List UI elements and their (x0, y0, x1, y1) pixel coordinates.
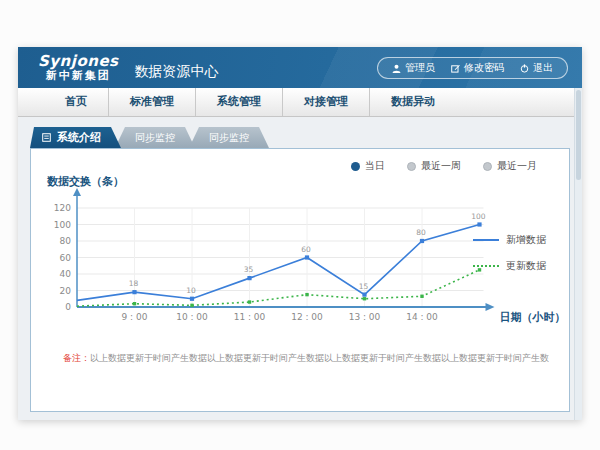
tab-sync-monitor-2[interactable]: 同步监控 (189, 127, 269, 148)
svg-text:80: 80 (60, 236, 72, 246)
legend-item-new-data: 新增数据 (473, 233, 551, 247)
svg-text:10: 10 (186, 286, 196, 295)
svg-text:100: 100 (54, 220, 71, 230)
user-icon (392, 64, 401, 73)
nav-item-data-change[interactable]: 数据异动 (369, 88, 456, 116)
svg-text:120: 120 (54, 203, 71, 213)
footer-note: 备注：以上数据更新于时间产生数据以上数据更新于时间产生数据以上数据更新于时间产生… (63, 352, 549, 365)
change-password-button[interactable]: 修改密码 (451, 61, 504, 75)
svg-text:13 : 00: 13 : 00 (349, 312, 381, 322)
page-title: 数据资源中心 (135, 63, 219, 81)
company-logo: Synjones 新中新集团 (38, 53, 119, 82)
vertical-scrollbar[interactable] (574, 88, 582, 420)
scrollbar-thumb[interactable] (576, 90, 581, 180)
svg-text:12 : 00: 12 : 00 (291, 312, 323, 322)
range-label: 当日 (365, 159, 385, 173)
note-prefix: 备注： (63, 353, 90, 363)
svg-text:日期（小时）: 日期（小时） (500, 311, 566, 324)
admin-user-button[interactable]: 管理员 (392, 61, 435, 75)
range-option-last-week[interactable]: 最近一周 (407, 159, 461, 173)
svg-text:0: 0 (65, 302, 71, 312)
tab-label: 系统介绍 (57, 130, 101, 145)
solid-line-swatch (473, 239, 499, 241)
time-range-selector: 当日 最近一周 最近一月 (351, 159, 537, 173)
radio-unselected-icon (483, 162, 492, 171)
logo-primary: Synjones (38, 53, 119, 70)
app-header: Synjones 新中新集团 数据资源中心 管理员 修改密码 退出 (18, 47, 582, 88)
radio-unselected-icon (407, 162, 416, 171)
range-option-last-month[interactable]: 最近一月 (483, 159, 537, 173)
app-window: Synjones 新中新集团 数据资源中心 管理员 修改密码 退出 (18, 47, 582, 420)
main-nav: 首页 标准管理 系统管理 对接管理 数据异动 (18, 88, 582, 117)
legend-item-updated-data: 更新数据 (473, 259, 551, 273)
document-icon (42, 133, 51, 142)
power-icon (520, 64, 529, 73)
svg-text:100: 100 (471, 212, 486, 221)
svg-text:35: 35 (244, 265, 254, 274)
nav-item-interface-mgmt[interactable]: 对接管理 (282, 88, 369, 116)
nav-item-home[interactable]: 首页 (44, 88, 108, 116)
logout-button[interactable]: 退出 (520, 61, 553, 75)
range-label: 最近一月 (497, 159, 537, 173)
svg-text:60: 60 (301, 245, 311, 254)
note-text: 以上数据更新于时间产生数据以上数据更新于时间产生数据以上数据更新于时间产生数据以… (90, 353, 549, 363)
tab-label: 同步监控 (209, 131, 249, 145)
svg-text:20: 20 (60, 286, 72, 296)
svg-text:60: 60 (60, 253, 72, 263)
chart-legend: 新增数据 更新数据 (473, 233, 551, 285)
admin-user-label: 管理员 (405, 61, 435, 75)
tab-bar: 系统介绍 同步监控 同步监控 (30, 127, 570, 148)
svg-text:9 : 00: 9 : 00 (122, 312, 148, 322)
dotted-line-swatch (473, 265, 499, 267)
svg-text:10 : 00: 10 : 00 (176, 312, 208, 322)
tab-label: 同步监控 (135, 131, 175, 145)
tab-sync-monitor-1[interactable]: 同步监控 (115, 127, 195, 148)
nav-item-system-mgmt[interactable]: 系统管理 (195, 88, 282, 116)
svg-text:40: 40 (60, 269, 72, 279)
svg-text:18: 18 (129, 279, 139, 288)
logo-secondary: 新中新集团 (38, 70, 119, 82)
legend-label: 更新数据 (506, 259, 546, 273)
tab-system-intro[interactable]: 系统介绍 (30, 127, 121, 148)
nav-item-standard-mgmt[interactable]: 标准管理 (108, 88, 195, 116)
change-password-label: 修改密码 (464, 61, 504, 75)
svg-text:14 : 00: 14 : 00 (406, 312, 438, 322)
radio-selected-icon (351, 162, 360, 171)
logout-label: 退出 (533, 61, 553, 75)
legend-label: 新增数据 (506, 233, 546, 247)
range-option-today[interactable]: 当日 (351, 159, 385, 173)
edit-icon (451, 64, 460, 73)
svg-text:15: 15 (359, 282, 369, 291)
svg-text:11 : 00: 11 : 00 (234, 312, 266, 322)
svg-text:80: 80 (416, 228, 426, 237)
user-menu: 管理员 修改密码 退出 (377, 57, 568, 79)
range-label: 最近一周 (421, 159, 461, 173)
content-panel: 当日 最近一周 最近一月 数据交换（条） 0204060801001209 : … (30, 148, 570, 412)
